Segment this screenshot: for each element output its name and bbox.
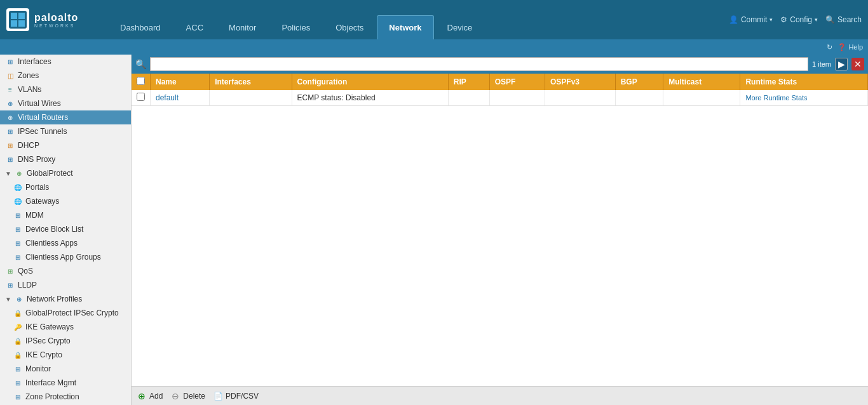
clientless-apps-icon: ⊞ — [13, 238, 23, 248]
col-rip: RIP — [448, 74, 489, 90]
logo-box — [6, 8, 29, 31]
search-next-button[interactable]: ▶ — [835, 58, 848, 70]
sidebar-item-dhcp[interactable]: ⊞ DHCP — [0, 138, 131, 152]
refresh-button[interactable]: ↻ — [827, 43, 832, 51]
interface-mgmt-icon: ⊞ — [13, 378, 23, 388]
search-close-button[interactable]: ✕ — [851, 58, 864, 70]
col-ospf: OSPF — [489, 74, 545, 90]
tab-monitor[interactable]: Monitor — [217, 15, 268, 39]
select-all-checkbox[interactable] — [137, 77, 145, 85]
sidebar-item-portals[interactable]: 🌐 Portals — [0, 180, 131, 194]
ipsec-crypto-icon: 🔒 — [13, 336, 23, 346]
sidebar-item-zones[interactable]: ◫ Zones — [0, 69, 131, 83]
sidebar-item-vlans[interactable]: ≡ VLANs — [0, 83, 131, 96]
col-configuration: Configuration — [292, 74, 448, 90]
sidebar-item-interface-mgmt[interactable]: ⊞ Interface Mgmt — [0, 376, 131, 390]
ike-gateways-icon: 🔑 — [13, 322, 23, 332]
sidebar-item-ike-gateways[interactable]: 🔑 IKE Gateways — [0, 320, 131, 334]
col-interfaces: Interfaces — [210, 74, 292, 90]
tab-acc[interactable]: ACC — [174, 15, 215, 39]
sidebar-item-ike-crypto[interactable]: 🔒 IKE Crypto — [0, 348, 131, 362]
commit-button[interactable]: 👤 Commit ▾ — [729, 15, 773, 24]
svg-rect-1 — [11, 13, 17, 19]
sidebar-item-virtual-routers[interactable]: ⊕ Virtual Routers — [0, 110, 131, 124]
network-profiles-icon: ⊕ — [14, 294, 24, 304]
row-bgp-cell — [615, 90, 663, 106]
svg-rect-3 — [11, 20, 17, 27]
row-checkbox[interactable] — [137, 93, 145, 101]
config-icon: ⚙ — [780, 15, 787, 24]
ike-crypto-icon: 🔒 — [13, 350, 23, 360]
sidebar-item-virtual-wires[interactable]: ⊕ Virtual Wires — [0, 96, 131, 110]
sidebar-item-gateways[interactable]: 🌐 Gateways — [0, 194, 131, 208]
commit-icon: 👤 — [729, 15, 738, 24]
search-bar: 🔍 1 item ▶ ✕ — [132, 55, 868, 74]
sidebar-item-globalprotect[interactable]: ▼ ⊕ GlobalProtect — [0, 166, 131, 180]
monitor-icon: ⊞ — [13, 364, 23, 374]
config-button[interactable]: ⚙ Config ▾ — [780, 15, 818, 24]
svg-rect-2 — [18, 13, 25, 19]
secondary-bar: ↻ ❓ Help — [0, 39, 868, 55]
zones-icon: ◫ — [5, 70, 15, 81]
row-name-cell[interactable]: default — [151, 90, 210, 106]
device-block-list-icon: ⊞ — [13, 224, 23, 234]
virtual-wires-icon: ⊕ — [5, 98, 15, 109]
col-runtime-stats: Runtime Stats — [740, 74, 868, 90]
more-runtime-stats-link[interactable]: More Runtime Stats — [745, 94, 807, 102]
dhcp-icon: ⊞ — [5, 140, 15, 150]
search-trigger-icon[interactable]: 🔍 — [135, 59, 146, 69]
sidebar-item-lldp[interactable]: ⊞ LLDP — [0, 278, 131, 292]
help-button[interactable]: ❓ Help — [837, 43, 863, 51]
col-bgp: BGP — [615, 74, 663, 90]
refresh-icon: ↻ — [827, 43, 832, 51]
sidebar: ⊞ Interfaces ◫ Zones ≡ VLANs ⊕ Virtual W… — [0, 55, 132, 405]
main-layout: ⊞ Interfaces ◫ Zones ≡ VLANs ⊕ Virtual W… — [0, 55, 868, 405]
col-name: Name — [151, 74, 210, 90]
nav-tabs: Dashboard ACC Monitor Policies Objects N… — [108, 0, 729, 39]
row-configuration-cell: ECMP status: Disabled — [292, 90, 448, 106]
sidebar-item-clientless-apps[interactable]: ⊞ Clientless Apps — [0, 236, 131, 250]
top-bar: paloalto NETWORKS Dashboard ACC Monitor … — [0, 0, 868, 39]
row-ospf-cell — [489, 90, 545, 106]
clientless-app-groups-icon: ⊞ — [13, 252, 23, 262]
sidebar-item-ipsec-tunnels[interactable]: ⊞ IPSec Tunnels — [0, 124, 131, 138]
sidebar-item-monitor[interactable]: ⊞ Monitor — [0, 362, 131, 376]
sidebar-item-clientless-app-groups[interactable]: ⊞ Clientless App Groups — [0, 250, 131, 264]
search-input[interactable] — [150, 57, 808, 71]
tab-network[interactable]: Network — [377, 15, 433, 39]
row-interfaces-cell — [210, 90, 292, 106]
virtual-routers-icon: ⊕ — [5, 112, 15, 123]
virtual-routers-table: Name Interfaces Configuration RIP OSPF O… — [132, 74, 868, 106]
sidebar-item-network-profiles[interactable]: ▼ ⊕ Network Profiles — [0, 292, 131, 306]
search-button[interactable]: 🔍 Search — [825, 15, 862, 24]
mdm-icon: ⊞ — [13, 210, 23, 220]
sidebar-item-zone-protection[interactable]: ⊞ Zone Protection — [0, 390, 131, 404]
item-count: 1 item — [812, 60, 831, 68]
logo-text: paloalto NETWORKS — [34, 12, 78, 28]
config-dropdown-icon: ▾ — [815, 17, 818, 23]
sidebar-item-interfaces[interactable]: ⊞ Interfaces — [0, 55, 131, 69]
vlans-icon: ≡ — [5, 84, 15, 95]
globalprotect-icon: ⊕ — [14, 168, 24, 178]
tab-policies[interactable]: Policies — [269, 15, 322, 39]
table-body: default ECMP status: Disabled More Runti… — [132, 90, 868, 106]
table-header: Name Interfaces Configuration RIP OSPF O… — [132, 74, 868, 90]
table-row: default ECMP status: Disabled More Runti… — [132, 90, 868, 106]
tab-device[interactable]: Device — [435, 15, 485, 39]
delete-button[interactable]: ⊖ Delete — [170, 391, 205, 401]
sidebar-item-qos[interactable]: ⊞ QoS — [0, 264, 131, 278]
qos-icon: ⊞ — [5, 266, 15, 276]
sidebar-item-gp-ipsec-crypto[interactable]: 🔒 GlobalProtect IPSec Crypto — [0, 306, 131, 320]
add-button[interactable]: ⊕ Add — [137, 391, 163, 401]
tab-objects[interactable]: Objects — [323, 15, 376, 39]
sidebar-item-mdm[interactable]: ⊞ MDM — [0, 208, 131, 222]
gateways-icon: 🌐 — [13, 196, 23, 206]
tab-dashboard[interactable]: Dashboard — [108, 15, 173, 39]
sidebar-item-dns-proxy[interactable]: ⊞ DNS Proxy — [0, 152, 131, 166]
pdf-csv-button[interactable]: 📄 PDF/CSV — [213, 391, 259, 401]
sidebar-item-ipsec-crypto[interactable]: 🔒 IPSec Crypto — [0, 334, 131, 348]
network-profiles-expand-icon: ▼ — [5, 296, 11, 303]
top-right-actions: 👤 Commit ▾ ⚙ Config ▾ 🔍 Search — [729, 15, 862, 24]
table-container: Name Interfaces Configuration RIP OSPF O… — [132, 74, 868, 386]
sidebar-item-device-block-list[interactable]: ⊞ Device Block List — [0, 222, 131, 236]
